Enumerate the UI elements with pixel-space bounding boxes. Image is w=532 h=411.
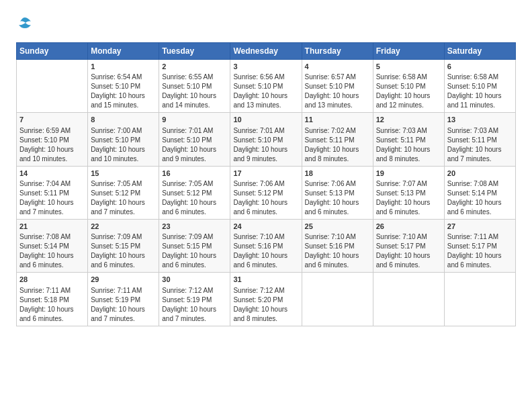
- cell-line: Sunrise: 7:06 AM: [233, 179, 298, 189]
- cell-line: Sunrise: 7:02 AM: [305, 126, 370, 136]
- cell-line: Sunset: 5:19 PM: [91, 295, 156, 305]
- calendar-cell: 25Sunrise: 7:10 AMSunset: 5:16 PMDayligh…: [302, 219, 373, 272]
- cell-line: Sunset: 5:19 PM: [162, 295, 227, 305]
- col-header-tuesday: Tuesday: [159, 42, 230, 59]
- cell-line: and 6 minutes.: [376, 261, 441, 270]
- day-number: 27: [447, 222, 513, 232]
- day-number: 29: [91, 275, 156, 285]
- calendar-cell: 22Sunrise: 7:09 AMSunset: 5:15 PMDayligh…: [88, 219, 159, 272]
- cell-line: Daylight: 10 hours: [19, 145, 85, 154]
- cell-line: Sunrise: 7:10 AM: [305, 232, 370, 242]
- cell-line: Daylight: 10 hours: [376, 251, 441, 261]
- cell-line: Daylight: 10 hours: [233, 145, 298, 154]
- cell-line: and 10 minutes.: [91, 154, 156, 164]
- cell-line: Sunrise: 7:11 AM: [447, 232, 513, 242]
- cell-line: Sunset: 5:14 PM: [447, 189, 513, 198]
- cell-line: Sunrise: 7:09 AM: [162, 232, 227, 242]
- cell-line: Daylight: 10 hours: [376, 198, 441, 208]
- cell-line: Sunset: 5:10 PM: [233, 136, 298, 145]
- day-number: 11: [305, 115, 370, 125]
- calendar-cell: 6Sunrise: 6:58 AMSunset: 5:10 PMDaylight…: [444, 59, 515, 112]
- cell-line: Daylight: 10 hours: [162, 305, 227, 314]
- logo: [16, 16, 32, 34]
- cell-line: Daylight: 10 hours: [91, 251, 156, 261]
- day-number: 26: [376, 222, 441, 232]
- cell-line: Daylight: 10 hours: [233, 198, 298, 208]
- calendar-cell: 24Sunrise: 7:10 AMSunset: 5:16 PMDayligh…: [230, 219, 302, 272]
- cell-line: Sunrise: 7:08 AM: [447, 179, 513, 189]
- cell-line: Sunrise: 7:00 AM: [91, 126, 156, 136]
- calendar-table: SundayMondayTuesdayWednesdayThursdayFrid…: [16, 42, 516, 326]
- calendar-cell: 9Sunrise: 7:01 AMSunset: 5:10 PMDaylight…: [159, 113, 230, 166]
- day-number: 21: [19, 222, 85, 232]
- col-header-saturday: Saturday: [444, 42, 515, 59]
- calendar-cell: 1Sunrise: 6:54 AMSunset: 5:10 PMDaylight…: [88, 59, 159, 112]
- cell-line: Sunset: 5:17 PM: [376, 242, 441, 251]
- cell-line: Sunset: 5:10 PM: [19, 136, 85, 145]
- day-number: 23: [162, 222, 227, 232]
- col-header-wednesday: Wednesday: [230, 42, 302, 59]
- col-header-sunday: Sunday: [17, 42, 88, 59]
- calendar-row: 28Sunrise: 7:11 AMSunset: 5:18 PMDayligh…: [17, 273, 516, 326]
- cell-line: Sunset: 5:11 PM: [19, 189, 85, 198]
- day-number: 12: [376, 115, 441, 125]
- cell-line: Sunset: 5:11 PM: [305, 136, 370, 145]
- cell-line: and 6 minutes.: [305, 208, 370, 217]
- calendar-cell: 17Sunrise: 7:06 AMSunset: 5:12 PMDayligh…: [230, 166, 302, 219]
- calendar-cell: 21Sunrise: 7:08 AMSunset: 5:14 PMDayligh…: [17, 219, 88, 272]
- cell-line: Sunrise: 7:05 AM: [91, 179, 156, 189]
- cell-line: Sunrise: 7:03 AM: [376, 126, 441, 136]
- calendar-row: 21Sunrise: 7:08 AMSunset: 5:14 PMDayligh…: [17, 219, 516, 272]
- day-number: 6: [447, 62, 513, 72]
- day-number: 7: [19, 115, 85, 125]
- cell-line: and 13 minutes.: [305, 101, 370, 110]
- cell-line: Sunrise: 7:05 AM: [162, 179, 227, 189]
- cell-line: Daylight: 10 hours: [91, 198, 156, 208]
- cell-line: Sunrise: 6:57 AM: [305, 73, 370, 82]
- calendar-cell: 27Sunrise: 7:11 AMSunset: 5:17 PMDayligh…: [444, 219, 515, 272]
- cell-line: Sunrise: 7:04 AM: [19, 179, 85, 189]
- cell-line: Sunset: 5:15 PM: [162, 242, 227, 251]
- calendar-cell: 29Sunrise: 7:11 AMSunset: 5:19 PMDayligh…: [88, 273, 159, 326]
- cell-line: and 8 minutes.: [305, 154, 370, 164]
- cell-line: Sunrise: 6:56 AM: [233, 73, 298, 82]
- day-number: 2: [162, 62, 227, 72]
- calendar-cell: 13Sunrise: 7:03 AMSunset: 5:11 PMDayligh…: [444, 113, 515, 166]
- calendar-cell: 8Sunrise: 7:00 AMSunset: 5:10 PMDaylight…: [88, 113, 159, 166]
- header: [16, 13, 516, 34]
- cell-line: Sunrise: 6:54 AM: [91, 73, 156, 82]
- calendar-cell: 3Sunrise: 6:56 AMSunset: 5:10 PMDaylight…: [230, 59, 302, 112]
- cell-line: and 7 minutes.: [91, 208, 156, 217]
- cell-line: and 6 minutes.: [162, 208, 227, 217]
- cell-line: and 6 minutes.: [162, 261, 227, 270]
- cell-line: Daylight: 10 hours: [19, 251, 85, 261]
- cell-line: Sunset: 5:10 PM: [447, 82, 513, 91]
- cell-line: Daylight: 10 hours: [91, 91, 156, 101]
- cell-line: and 13 minutes.: [233, 101, 298, 110]
- calendar-cell: 15Sunrise: 7:05 AMSunset: 5:12 PMDayligh…: [88, 166, 159, 219]
- day-number: 22: [91, 222, 156, 232]
- cell-line: Sunset: 5:16 PM: [305, 242, 370, 251]
- calendar-cell: [17, 59, 88, 112]
- cell-line: Daylight: 10 hours: [233, 305, 298, 314]
- cell-line: and 6 minutes.: [376, 208, 441, 217]
- cell-line: Sunset: 5:10 PM: [162, 82, 227, 91]
- calendar-cell: [302, 273, 373, 326]
- cell-line: Sunset: 5:10 PM: [376, 82, 441, 91]
- cell-line: Sunset: 5:15 PM: [91, 242, 156, 251]
- cell-line: and 6 minutes.: [447, 208, 513, 217]
- calendar-cell: 18Sunrise: 7:06 AMSunset: 5:13 PMDayligh…: [302, 166, 373, 219]
- cell-line: and 6 minutes.: [447, 261, 513, 270]
- cell-line: Daylight: 10 hours: [447, 91, 513, 101]
- cell-line: Sunset: 5:12 PM: [233, 189, 298, 198]
- cell-line: Daylight: 10 hours: [91, 145, 156, 154]
- day-number: 19: [376, 169, 441, 179]
- calendar-cell: 11Sunrise: 7:02 AMSunset: 5:11 PMDayligh…: [302, 113, 373, 166]
- cell-line: and 6 minutes.: [91, 261, 156, 270]
- day-number: 13: [447, 115, 513, 125]
- calendar-cell: 31Sunrise: 7:12 AMSunset: 5:20 PMDayligh…: [230, 273, 302, 326]
- cell-line: Sunset: 5:18 PM: [19, 295, 85, 305]
- calendar-cell: [373, 273, 444, 326]
- calendar-cell: [444, 273, 515, 326]
- cell-line: and 6 minutes.: [19, 314, 85, 324]
